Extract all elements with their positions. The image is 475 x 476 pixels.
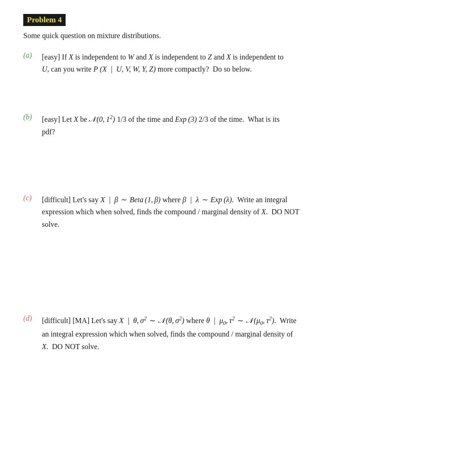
- header-title: Problem 4: [27, 15, 62, 24]
- problem-list: (a) [easy] If X is independent to W and …: [23, 51, 452, 353]
- part-d-label: (d): [23, 314, 42, 323]
- part-c-label: (c): [23, 194, 42, 202]
- part-c-content: [difficult] Let's say X | β ∼ Beta (1, β…: [42, 194, 452, 231]
- problem-header: Problem 4: [23, 14, 66, 26]
- part-c: (c) [difficult] Let's say X | β ∼ Beta (…: [23, 194, 452, 231]
- part-b-difficulty: [easy]: [42, 115, 60, 123]
- part-a-label: (a): [23, 51, 42, 60]
- part-c-difficulty: [difficult]: [42, 196, 71, 204]
- where-text: where: [162, 196, 181, 204]
- intro-text: Some quick question on mixture distribut…: [23, 32, 452, 40]
- part-b: (b) [easy] Let X be 𝒩 (0, 12) 1/3 of the…: [23, 113, 452, 138]
- part-d-content: [difficult] [MA] Let's say X | θ, σ2 ∼ 𝒩…: [42, 314, 452, 353]
- part-d: (d) [difficult] [MA] Let's say X | θ, σ2…: [23, 314, 452, 353]
- part-b-label: (b): [23, 113, 42, 121]
- part-d-difficulty: [difficult]: [42, 317, 71, 324]
- part-b-content: [easy] Let X be 𝒩 (0, 12) 1/3 of the tim…: [42, 113, 452, 138]
- part-a-content: [easy] If X is independent to W and X is…: [42, 51, 452, 76]
- part-a-difficulty: [easy]: [42, 53, 60, 61]
- part-a: (a) [easy] If X is independent to W and …: [23, 51, 452, 76]
